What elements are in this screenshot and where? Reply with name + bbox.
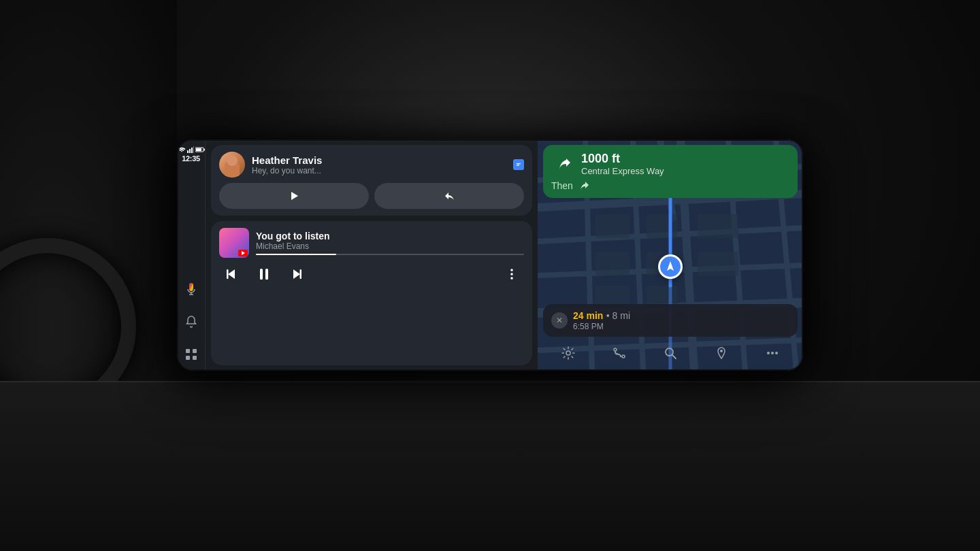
- reply-icon: [443, 190, 455, 202]
- svg-rect-12: [193, 356, 197, 360]
- pause-button[interactable]: [252, 262, 276, 286]
- svg-point-51: [622, 355, 625, 358]
- next-track-button[interactable]: [284, 262, 309, 286]
- play-icon: [288, 190, 300, 202]
- battery-icon: [195, 147, 205, 152]
- contact-name: Heather Travis: [252, 154, 506, 166]
- svg-point-24: [510, 273, 513, 276]
- svg-point-56: [771, 352, 774, 354]
- svg-point-23: [510, 269, 513, 271]
- more-horizontal-icon: [766, 346, 779, 360]
- screen-content: 12:35: [177, 139, 803, 371]
- more-map-options-button[interactable]: [760, 341, 785, 365]
- progress-fill: [256, 254, 336, 255]
- nav-street: Central Express Way: [581, 166, 664, 176]
- more-vertical-icon: [504, 267, 519, 282]
- location-marker: [658, 254, 683, 279]
- dashboard-shelf: [0, 381, 980, 551]
- more-options-button[interactable]: [500, 262, 524, 286]
- side-nav-icons: [182, 280, 201, 364]
- apps-button[interactable]: [182, 345, 201, 364]
- pin-location-button[interactable]: [709, 341, 734, 365]
- bell-icon: [184, 315, 198, 329]
- svg-rect-43: [698, 214, 738, 238]
- svg-rect-5: [203, 149, 205, 151]
- turn-arrow-icon: [551, 152, 576, 176]
- message-info: Heather Travis Hey, do you want...: [252, 154, 506, 176]
- svg-rect-18: [227, 269, 229, 279]
- svg-point-54: [720, 350, 723, 352]
- svg-rect-19: [260, 269, 263, 280]
- svg-point-57: [775, 352, 778, 354]
- svg-rect-39: [595, 214, 630, 238]
- svg-marker-21: [293, 269, 300, 279]
- svg-rect-1: [189, 149, 191, 153]
- eta-duration: 24 min: [573, 310, 603, 321]
- left-sidebar: 12:35: [177, 139, 206, 371]
- messages-app-logo: [514, 161, 523, 169]
- svg-rect-0: [187, 150, 189, 153]
- music-header: You got to listen Michael Evans: [219, 228, 524, 258]
- nav-text: 1000 ft Central Express Way: [581, 152, 664, 176]
- svg-rect-14: [517, 163, 521, 164]
- wifi-icon: [178, 146, 186, 153]
- svg-point-55: [767, 352, 770, 354]
- current-position-indicator: [658, 254, 683, 279]
- app-panel: Heather Travis Hey, do you want...: [206, 139, 538, 371]
- grid-icon: [184, 348, 198, 361]
- map-settings-button[interactable]: [556, 341, 581, 365]
- eta-info: 24 min • 8 mi 6:58 PM: [573, 310, 630, 331]
- svg-rect-10: [193, 349, 197, 353]
- svg-rect-41: [595, 252, 630, 276]
- svg-rect-3: [193, 146, 194, 153]
- search-map-button[interactable]: [658, 341, 683, 365]
- search-icon: [664, 346, 677, 360]
- svg-rect-15: [517, 165, 519, 165]
- svg-point-49: [566, 351, 570, 355]
- svg-rect-46: [647, 286, 677, 306]
- svg-point-13: [515, 161, 522, 168]
- message-actions: [219, 183, 524, 209]
- message-header: Heather Travis Hey, do you want...: [219, 152, 524, 178]
- svg-rect-9: [186, 349, 190, 353]
- contact-avatar: [219, 152, 245, 178]
- play-message-button[interactable]: [219, 183, 369, 209]
- message-preview: Hey, do you want...: [252, 166, 506, 176]
- notifications-button[interactable]: [182, 312, 201, 331]
- svg-rect-6: [196, 148, 201, 151]
- reply-message-button[interactable]: [374, 183, 524, 209]
- message-app-icon: [513, 159, 524, 170]
- close-route-button[interactable]: ✕: [551, 312, 568, 329]
- pin-icon: [715, 346, 728, 360]
- settings-icon: [561, 346, 575, 360]
- eta-distance: 8 mi: [612, 310, 630, 321]
- song-title: You got to listen: [256, 231, 524, 241]
- music-controls: [219, 262, 524, 286]
- svg-rect-22: [300, 269, 302, 279]
- navigation-arrow-icon: [664, 260, 677, 273]
- svg-marker-48: [667, 261, 674, 271]
- album-art: [219, 228, 249, 258]
- nav-instruction-main: 1000 ft Central Express Way: [551, 152, 789, 176]
- svg-marker-16: [291, 192, 298, 200]
- microphone-icon: [184, 282, 198, 296]
- music-info: You got to listen Michael Evans: [256, 231, 524, 255]
- music-card: You got to listen Michael Evans: [211, 221, 532, 365]
- routes-button[interactable]: [607, 341, 632, 365]
- youtube-badge: [238, 250, 248, 256]
- routes-icon: [612, 346, 626, 360]
- microphone-button[interactable]: [182, 280, 201, 299]
- svg-rect-45: [595, 286, 630, 306]
- svg-rect-11: [186, 356, 190, 360]
- svg-rect-2: [191, 148, 193, 153]
- progress-bar: [256, 254, 524, 255]
- car-display-screen: 12:35: [177, 139, 803, 371]
- svg-marker-17: [228, 269, 235, 279]
- navigation-turn-card: 1000 ft Central Express Way Then: [543, 145, 798, 198]
- previous-track-button[interactable]: [219, 262, 244, 286]
- nav-distance: 1000 ft: [581, 152, 664, 166]
- svg-point-50: [614, 348, 617, 351]
- artist-name: Michael Evans: [256, 241, 524, 251]
- map-panel: 1000 ft Central Express Way Then ✕ 24 mi…: [538, 139, 803, 371]
- status-bar: 12:35: [178, 146, 205, 163]
